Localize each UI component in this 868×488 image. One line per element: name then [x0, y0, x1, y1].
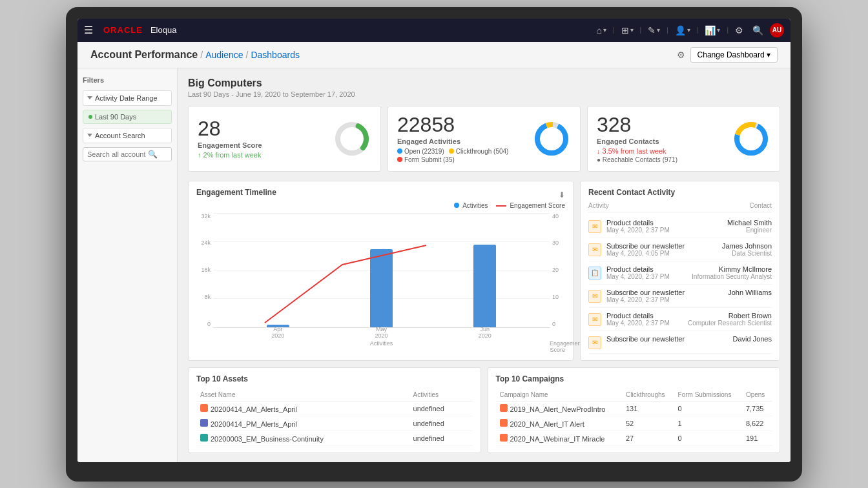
settings-icon[interactable]: ⚙ [732, 24, 746, 37]
breadcrumb: Account Performance / Audience / Dashboa… [90, 49, 300, 61]
filter-activity-date-range[interactable]: Activity Date Range [83, 90, 172, 106]
search-icon[interactable]: 🔍 [750, 24, 766, 37]
rca-email-icon-5: ✉ [588, 313, 601, 326]
filter-account-search[interactable]: Account Search [83, 128, 172, 143]
filters-title: Filters [83, 76, 172, 84]
recent-contact-activity-panel: Recent Contact Activity Activity Contact… [580, 181, 780, 361]
rca-contact-1: Michael Smith Engineer [727, 219, 772, 234]
rca-form-icon-3: 📋 [588, 267, 601, 280]
table-row: 2020_NA_Alert_IT Alert 52 1 8,622 [496, 416, 772, 431]
rca-contact-2: James Johnson Data Scientist [722, 242, 772, 257]
date-range: Last 90 Days - June 19, 2020 to Septembe… [188, 90, 780, 98]
rca-email-icon-4: ✉ [588, 290, 601, 303]
laptop-frame: ☰ ORACLE Eloqua ⌂▾ | ⊞▾ | ✎▾ | 👤▾ | 📊▾ |… [66, 7, 802, 482]
rca-contact-4: John Williams [728, 289, 772, 296]
rca-title: Recent Contact Activity [588, 188, 772, 197]
main-layout: Filters Activity Date Range Last 90 Days… [78, 68, 790, 462]
change-dashboard-button[interactable]: Change Dashboard ▾ [690, 47, 778, 63]
table-row: 2020_NA_Webinar_IT Miracle 27 0 191 [496, 431, 772, 445]
grid-icon[interactable]: ⊞▾ [619, 24, 636, 37]
engagement-score-value: 28 [198, 118, 262, 139]
svg-point-9 [743, 131, 759, 147]
search-icon-small: 🔍 [148, 150, 158, 159]
legend-activities: Activities [454, 202, 488, 209]
rca-contact-3: Kimmy McIlmore Information Security Anal… [692, 265, 772, 280]
rca-item-1: ✉ Product details May 4, 2020, 2:37 PM M… [588, 215, 772, 238]
table-row: 20200414_AM_Alerts_April undefined [196, 401, 473, 416]
rca-col-activity: Activity [588, 202, 609, 209]
assets-col-activities: Activities [409, 389, 473, 402]
kpi-row: 28 Engagement Score ↑ 2% from last week [188, 106, 780, 172]
chart-plot: Apr 2020 May 2020 Jun 2020 [213, 213, 550, 339]
table-row: 20200414_PM_Alerts_April undefined [196, 416, 473, 431]
top10-assets-panel: Top 10 Assets Asset Name Activities 2 [188, 367, 481, 453]
y-axis-right: 403020100 [550, 213, 565, 339]
rca-activity-5: Product details May 4, 2020, 2:37 PM [606, 312, 683, 327]
engagement-score-label: Engagement Score [198, 141, 262, 149]
dashboard-settings-icon[interactable]: ⚙ [677, 50, 685, 60]
asset-icon-lp [200, 434, 208, 442]
engaged-contacts-change: ↓ 3.5% from last week [597, 147, 677, 155]
engaged-contacts-label: Engaged Contacts [597, 137, 677, 145]
chevron-down-icon-2 [87, 134, 92, 137]
asset-icon-form [200, 419, 208, 427]
rca-header: Activity Contact [588, 202, 772, 212]
breadcrumb-audience[interactable]: Audience [205, 50, 243, 60]
rca-item-3: 📋 Product details May 4, 2020, 2:37 PM K… [588, 261, 772, 285]
breadcrumb-dashboards[interactable]: Dashboards [251, 50, 300, 60]
topnav-icons: ⌂▾ | ⊞▾ | ✎▾ | 👤▾ | 📊▾ | ⚙ 🔍 AU [594, 23, 784, 37]
x-labels: Apr 2020 May 2020 Jun 2020 [213, 326, 550, 339]
screen: ☰ ORACLE Eloqua ⌂▾ | ⊞▾ | ✎▾ | 👤▾ | 📊▾ |… [78, 19, 790, 462]
y-axis-left: 32k24k16k8k0 [196, 213, 213, 339]
engaged-contacts-value: 328 [597, 114, 677, 135]
chevron-down-icon [87, 96, 92, 99]
active-dot [88, 115, 92, 119]
tables-row: Top 10 Assets Asset Name Activities 2 [188, 367, 780, 453]
axis-notes: Activities Engagement Score [196, 340, 565, 353]
kpi-engagement-score: 28 Engagement Score ↑ 2% from last week [188, 106, 381, 172]
campaigns-title: Top 10 Campaigns [496, 374, 772, 383]
engaged-contacts-chart [732, 119, 770, 158]
engagement-timeline-panel: Engagement Timeline ⬇ Activities Engagem… [188, 181, 574, 361]
rca-contact-6: David Jones [732, 335, 772, 343]
filter-last-90-days[interactable]: Last 90 Days [83, 110, 172, 124]
engaged-activities-label: Engaged Activities [397, 137, 508, 145]
legend-score: Engagement Score [496, 202, 565, 209]
home-icon[interactable]: ⌂▾ [594, 24, 608, 37]
edit-icon[interactable]: ✎▾ [645, 24, 663, 37]
campaigns-table: Campaign Name Clickthroughs Form Submiss… [496, 389, 772, 446]
kpi-engaged-activities: 22858 Engaged Activities Open (22319) Cl… [388, 106, 581, 172]
account-search-box[interactable]: 🔍 [83, 147, 172, 161]
activities-legend-click: Clickthrough (504) [456, 148, 509, 155]
page-title: Account Performance [90, 49, 198, 61]
hamburger-icon[interactable]: ☰ [84, 24, 93, 36]
rca-email-icon-6: ✉ [588, 336, 601, 349]
campaign-icon-1 [500, 404, 508, 412]
x-label-jun: Jun 2020 [473, 326, 496, 339]
download-icon[interactable]: ⬇ [559, 190, 565, 199]
reports-icon[interactable]: 📊▾ [702, 24, 723, 37]
assets-title: Top 10 Assets [196, 374, 473, 383]
brand-name: Eloqua [150, 25, 176, 35]
campaigns-col-opens: Opens [742, 389, 772, 402]
x-label-may: May 2020 [370, 326, 393, 339]
bottom-row: Engagement Timeline ⬇ Activities Engagem… [188, 181, 780, 361]
rca-activity-4: Subscribe our newsletter May 4, 2020, 2:… [606, 289, 723, 303]
search-input[interactable] [87, 150, 145, 158]
top10-campaigns-panel: Top 10 Campaigns Campaign Name Clickthro… [488, 367, 781, 453]
rca-item-6: ✉ Subscribe our newsletter David Jones [588, 331, 772, 354]
oracle-logo: ORACLE [103, 25, 143, 35]
contacts-icon[interactable]: 👤▾ [672, 24, 693, 37]
campaigns-col-clickthroughs: Clickthroughs [622, 389, 674, 402]
engaged-activities-value: 22858 [397, 114, 508, 135]
company-name: Big Computers [188, 77, 780, 89]
campaign-icon-2 [500, 419, 508, 427]
asset-icon-email [200, 404, 208, 412]
rca-item-5: ✉ Product details May 4, 2020, 2:37 PM R… [588, 308, 772, 331]
sidebar: Filters Activity Date Range Last 90 Days… [78, 68, 178, 462]
avatar[interactable]: AU [770, 23, 784, 37]
chart-container: 32k24k16k8k0 [196, 213, 565, 339]
rca-contact-5: Robert Brown Computer Research Scientist [688, 312, 772, 327]
kpi-engaged-contacts: 328 Engaged Contacts ↓ 3.5% from last we… [587, 106, 780, 172]
activities-legend-open: Open (22319) [404, 148, 444, 155]
